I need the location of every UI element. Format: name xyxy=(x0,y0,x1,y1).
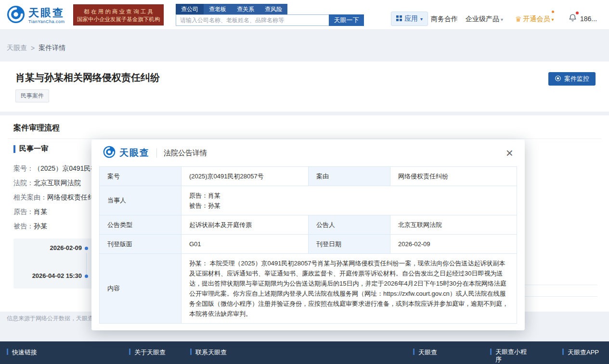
case-monitor-button[interactable]: 案件监控 xyxy=(548,72,596,86)
data-source-note: 信息来源于网络公开数据，天眼查 xyxy=(7,314,93,323)
label-announcement-type: 公告类型 xyxy=(100,215,181,235)
field-label: 被告： xyxy=(13,222,34,230)
value-cause: 网络侵权责任纠纷 xyxy=(390,167,517,186)
tab-search-risk[interactable]: 查风险 xyxy=(259,4,287,14)
menu-item-open-membership[interactable]: ♛ 开通会员 ▾ xyxy=(515,15,554,24)
footer-accent-bar xyxy=(129,349,130,355)
notification-bell-icon[interactable] xyxy=(568,13,578,23)
chevron-down-icon: ▾ xyxy=(551,17,554,22)
promo-line-2: 国家中小企业发展子基金旗下机构 xyxy=(74,15,163,23)
breadcrumb-separator-icon: > xyxy=(31,44,35,52)
table-row: 案号 (2025)京0491民初28057号 案由 网络侵权责任纠纷 xyxy=(100,167,517,186)
footer-accent-bar xyxy=(7,349,8,355)
search-input[interactable] xyxy=(176,14,329,26)
label-case-number: 案号 xyxy=(100,167,181,186)
divider-line xyxy=(156,148,157,158)
section-title: 案件审理流程 xyxy=(13,123,60,133)
open-membership-label: 开通会员 xyxy=(523,15,550,24)
field-value: 北京互联网法院 xyxy=(34,179,81,187)
grid-icon xyxy=(396,15,402,23)
field-label: 法院： xyxy=(13,179,34,187)
footer-link-quick-links[interactable]: 快速链接 xyxy=(7,348,37,357)
case-type-badge: 民事案件 xyxy=(15,89,49,102)
label-announcer: 公告人 xyxy=(309,215,390,235)
value-announcer: 北京互联网法院 xyxy=(390,215,517,235)
search-bar: 天眼一下 xyxy=(176,14,364,26)
value-content: 孙某： 本院受理（2025）京0491民初28057号肖某与孙某网络侵权责任纠纷… xyxy=(181,254,517,324)
case-monitor-label: 案件监控 xyxy=(564,75,589,83)
breadcrumb: 天眼查 > 案件详情 xyxy=(7,44,65,52)
footer-link-tianyancha[interactable]: 天眼查 xyxy=(413,348,437,357)
label-publication-page: 刊登版面 xyxy=(100,235,181,254)
site-logo[interactable]: 天眼查 TianYanCha.com xyxy=(7,5,65,25)
tab-search-company[interactable]: 查公司 xyxy=(176,4,204,14)
value-parties: 原告：肖某 被告：孙某 xyxy=(181,186,517,215)
table-row: 公告类型 起诉状副本及开庭传票 公告人 北京互联网法院 xyxy=(100,215,517,235)
promo-line-1: 都 在 用 的 商 业 查 询 工 具 xyxy=(74,8,163,15)
modal-header: 天眼查 法院公告详情 × xyxy=(91,139,525,166)
tab-search-relation[interactable]: 查关系 xyxy=(232,4,259,14)
close-icon[interactable]: × xyxy=(506,148,513,158)
apps-menu-button[interactable]: 应用 ▾ xyxy=(391,12,428,26)
business-cooperation-label: 商务合作 xyxy=(431,15,458,24)
footer-accent-bar xyxy=(490,349,492,355)
chevron-down-icon: ▾ xyxy=(501,17,503,22)
menu-item-enterprise-products[interactable]: 企业级产品 ▾ xyxy=(466,15,503,24)
footer-accent-bar xyxy=(562,349,564,355)
timeline-date: 2026-02-09 xyxy=(18,244,82,251)
plaintiff-line: 原告：肖某 xyxy=(189,190,509,201)
top-header: 天眼查 TianYanCha.com 都 在 用 的 商 业 查 询 工 具 国… xyxy=(0,0,609,30)
search-type-tabs: 查公司 查老板 查关系 查风险 xyxy=(176,4,287,14)
value-announcement-type: 起诉状副本及开庭传票 xyxy=(181,215,309,235)
footer-link-mini-program[interactable]: 天眼查小程序 xyxy=(490,348,529,364)
menu-item-business-cooperation[interactable]: 商务合作 xyxy=(431,15,458,24)
stage-header: 民事一审 xyxy=(13,144,48,153)
table-row: 内容 孙某： 本院受理（2025）京0491民初28057号肖某与孙某网络侵权责… xyxy=(100,254,517,324)
field-label: 相关案由： xyxy=(13,193,47,201)
field-court: 法院：北京互联网法院 xyxy=(13,179,81,188)
label-content: 内容 xyxy=(100,254,181,324)
value-publication-page: G01 xyxy=(181,235,309,254)
footer-accent-bar xyxy=(190,349,192,355)
footer-link-label: 天眼查小程序 xyxy=(495,348,529,364)
brand-name: 天眼查 xyxy=(28,7,65,19)
stage-accent-bar xyxy=(13,145,15,153)
field-plaintiff: 原告：肖某 xyxy=(13,208,47,216)
tab-search-boss[interactable]: 查老板 xyxy=(204,4,232,14)
page-title: 肖某与孙某相关网络侵权责任纠纷 xyxy=(15,71,160,84)
membership-notification-dot xyxy=(552,11,554,13)
monitor-icon xyxy=(555,75,561,83)
enterprise-products-label: 企业级产品 xyxy=(466,15,499,24)
tianyancha-logo-icon xyxy=(7,5,25,25)
breadcrumb-home[interactable]: 天眼查 xyxy=(7,44,27,52)
label-parties: 当事人 xyxy=(100,186,181,215)
stage-title: 民事一审 xyxy=(19,144,48,153)
defendant-line: 被告：孙某 xyxy=(189,201,509,211)
apps-menu-label: 应用 xyxy=(404,14,418,23)
footer-link-about[interactable]: 关于天眼查 xyxy=(129,348,166,357)
footer-link-label: 天眼查 xyxy=(418,348,437,357)
search-button[interactable]: 天眼一下 xyxy=(329,14,364,26)
user-account-phone[interactable]: 186... xyxy=(580,15,597,23)
announcement-table: 案号 (2025)京0491民初28057号 案由 网络侵权责任纠纷 当事人 原… xyxy=(99,166,517,324)
value-case-number: (2025)京0491民初28057号 xyxy=(181,167,309,186)
footer-link-label: 联系天眼查 xyxy=(195,348,227,357)
divider-line xyxy=(8,138,601,139)
footer-link-app[interactable]: 天眼查APP xyxy=(562,348,599,357)
footer-accent-bar xyxy=(413,349,415,355)
footer-link-contact[interactable]: 联系天眼查 xyxy=(190,348,227,357)
field-value: 孙某 xyxy=(34,222,47,230)
court-announcement-modal: 天眼查 法院公告详情 × 案号 (2025)京0491民初28057号 案由 网… xyxy=(91,139,525,330)
label-publication-date: 刊登日期 xyxy=(309,235,390,254)
promo-badge: 都 在 用 的 商 业 查 询 工 具 国家中小企业发展子基金旗下机构 xyxy=(73,4,164,25)
tianyancha-logo-icon xyxy=(103,146,116,160)
label-cause: 案由 xyxy=(309,167,390,186)
case-title-card: 肖某与孙某相关网络侵权责任纠纷 民事案件 案件监控 xyxy=(0,62,609,112)
modal-title: 法院公告详情 xyxy=(164,149,207,158)
field-value: 肖某 xyxy=(34,208,47,215)
breadcrumb-current: 案件详情 xyxy=(39,44,65,52)
field-cause: 相关案由：网络侵权责任纠纷 xyxy=(13,193,101,202)
timeline-dot xyxy=(85,247,88,250)
field-label: 案号： xyxy=(13,164,34,172)
field-label: 原告： xyxy=(13,208,34,215)
